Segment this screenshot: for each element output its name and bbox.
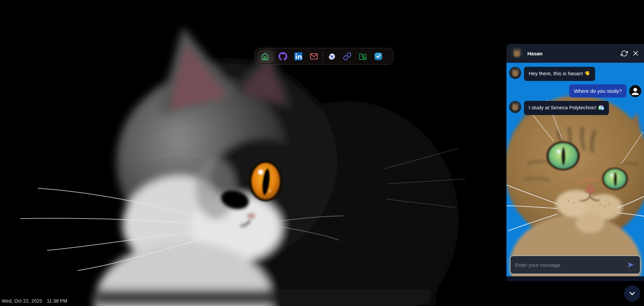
message-text: Hey there, this is hasan! xyxy=(529,71,583,76)
status-date: Wed, Oct 22, 2025 xyxy=(2,298,42,304)
chat-message-input[interactable] xyxy=(515,262,624,268)
toolbar-divider xyxy=(323,51,323,61)
chat-header: Hasan xyxy=(506,44,644,63)
linkedin-icon xyxy=(294,52,303,61)
email-icon xyxy=(310,52,318,61)
email-button[interactable] xyxy=(306,50,322,63)
message-row-bot: I study at Seneca Polytechnic! xyxy=(509,101,641,115)
user-message-bubble: Where do you study? xyxy=(569,84,626,98)
home-icon xyxy=(261,52,269,61)
status-bar: Wed, Oct 22, 202511:38 PM xyxy=(2,298,67,304)
chat-widget: Hasan xyxy=(506,44,644,281)
toolbar-divider xyxy=(274,51,274,61)
close-icon xyxy=(632,50,639,57)
todo-check-icon xyxy=(374,52,383,61)
github-icon xyxy=(279,52,287,61)
cat-eye xyxy=(249,161,283,201)
chat-messages: Hey there, this is hasan! Where do you s… xyxy=(509,67,641,115)
person-icon xyxy=(629,85,641,97)
todo-check-button[interactable] xyxy=(371,50,386,63)
message-text: Where do you study? xyxy=(574,88,622,94)
chat-input-row xyxy=(510,255,641,274)
chat-body: Hey there, this is hasan! Where do you s… xyxy=(506,63,644,281)
chat-title: Hasan xyxy=(527,51,616,56)
refresh-icon xyxy=(621,50,628,57)
message-row-user: Where do you study? xyxy=(509,84,641,98)
send-button[interactable] xyxy=(626,261,635,269)
linkedin-button[interactable] xyxy=(291,50,306,63)
chat-footer-strip xyxy=(506,276,644,281)
message-row-bot: Hey there, this is hasan! xyxy=(509,67,641,81)
wave-emoji xyxy=(585,71,590,78)
send-icon xyxy=(627,261,635,268)
books-emoji xyxy=(598,105,604,112)
github-button[interactable] xyxy=(275,50,291,63)
chat-close-button[interactable] xyxy=(632,50,639,57)
link-button[interactable] xyxy=(340,50,355,63)
blob-network-button[interactable] xyxy=(324,50,340,63)
folder-git-button[interactable] xyxy=(355,50,371,63)
bot-message-bubble: Hey there, this is hasan! xyxy=(524,67,595,81)
home-button[interactable] xyxy=(257,50,273,63)
link-icon xyxy=(343,52,352,61)
quick-links-toolbar xyxy=(255,48,393,65)
message-text: I study at Seneca Polytechnic! xyxy=(529,105,596,110)
bot-avatar xyxy=(509,67,521,79)
folder-git-icon xyxy=(358,52,367,61)
user-avatar xyxy=(629,85,641,97)
chat-refresh-button[interactable] xyxy=(620,50,628,57)
chat-minimize-button[interactable] xyxy=(624,285,640,302)
status-time: 11:38 PM xyxy=(47,298,67,304)
bot-message-bubble: I study at Seneca Polytechnic! xyxy=(524,101,609,115)
chat-avatar xyxy=(510,47,523,60)
blob-network-icon xyxy=(327,52,336,61)
chevron-down-icon xyxy=(628,289,637,298)
bot-avatar xyxy=(509,101,521,113)
